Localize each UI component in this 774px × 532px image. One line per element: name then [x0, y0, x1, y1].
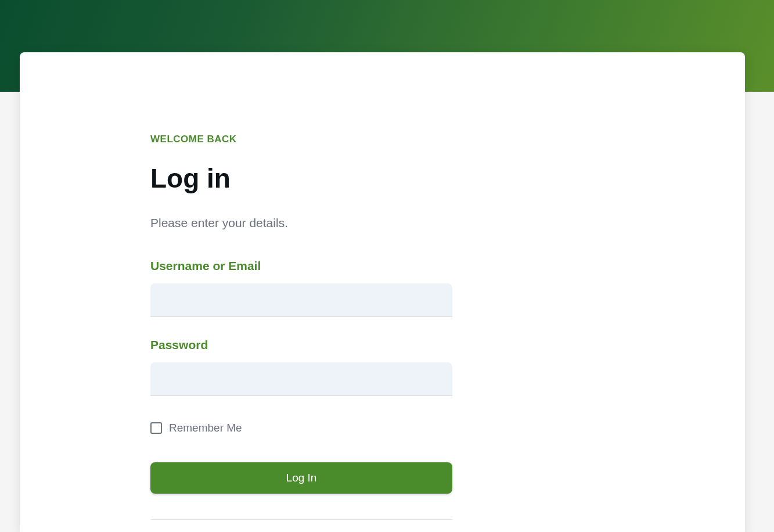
remember-me-checkbox[interactable]	[150, 422, 162, 434]
eyebrow-text: WELCOME BACK	[150, 134, 452, 145]
page-subtitle: Please enter your details.	[150, 216, 452, 230]
password-input[interactable]	[150, 362, 452, 396]
divider	[150, 519, 452, 520]
remember-me-label[interactable]: Remember Me	[169, 422, 242, 434]
remember-me-row: Remember Me	[150, 422, 452, 434]
username-input[interactable]	[150, 283, 452, 317]
username-label: Username or Email	[150, 259, 452, 273]
login-button[interactable]: Log In	[150, 462, 452, 494]
login-card: WELCOME BACK Log in Please enter your de…	[20, 52, 745, 532]
password-label: Password	[150, 338, 452, 352]
login-form-container: WELCOME BACK Log in Please enter your de…	[150, 134, 452, 520]
page-title: Log in	[150, 163, 452, 194]
